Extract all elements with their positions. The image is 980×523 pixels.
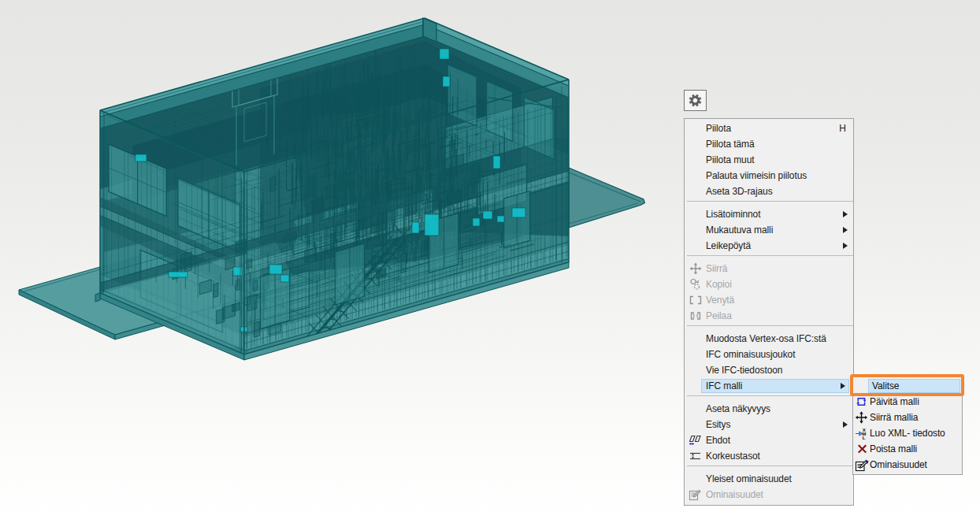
svg-text:L: L xyxy=(862,435,865,440)
